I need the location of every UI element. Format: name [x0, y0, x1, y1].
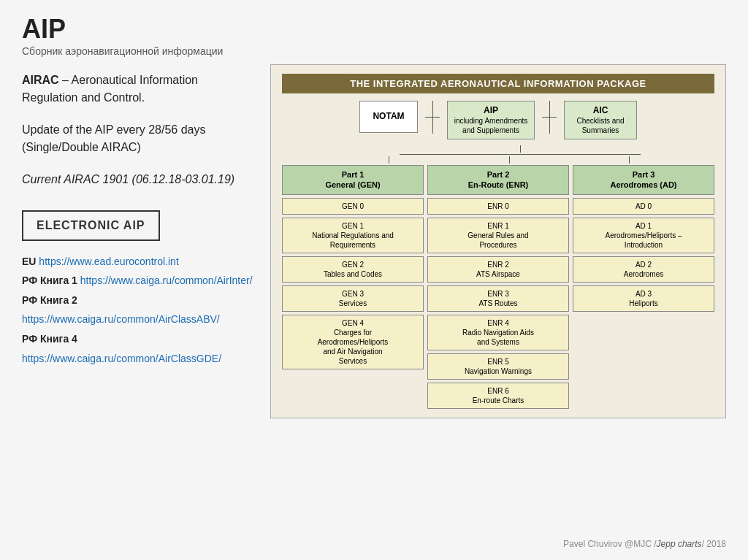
gen0-box: GEN 0 [282, 198, 424, 215]
page-title: AIP [22, 15, 726, 44]
eu-label: EU [22, 256, 39, 267]
gen-column: Part 1General (GEN) GEN 0 GEN 1National … [282, 165, 424, 409]
ad-header: Part 3Aerodromes (AD) [573, 165, 714, 195]
enr0-box: ENR 0 [427, 198, 569, 215]
right-panel: THE INTEGRATED AERONAUTICAL INFORMATION … [270, 64, 726, 533]
gen-header: Part 1General (GEN) [282, 165, 424, 195]
gen3-box: GEN 3Services [282, 285, 424, 312]
enr-column: Part 2En-Route (ENR) ENR 0 ENR 1General … [427, 165, 569, 409]
link-eu: EU https://www.ead.eurocontrol.int [22, 252, 256, 272]
links-section: EU https://www.ead.eurocontrol.int РФ Кн… [22, 252, 256, 369]
update-text: Update of the AIP every 28/56 days (Sing… [22, 121, 256, 156]
aip-desc: including Amendmentsand Supplements [454, 116, 528, 135]
notam-box: NOTAM [359, 101, 418, 133]
header: AIP Сборник аэронавигационной информации [22, 15, 726, 57]
aic-label: AIC [593, 105, 608, 117]
left-panel: AIRAC – Aeronautical Information Regulat… [22, 64, 256, 533]
gen2-box: GEN 2Tables and Codes [282, 256, 424, 283]
gen4-box: GEN 4Charges forAerodromes/Heliportsand … [282, 315, 424, 369]
parts-row: Part 1General (GEN) GEN 0 GEN 1National … [282, 165, 714, 409]
eu-link[interactable]: https://www.ead.eurocontrol.int [39, 256, 178, 267]
ad3-box: AD 3Heliports [573, 285, 714, 312]
page-subtitle: Сборник аэронавигационной информации [22, 45, 726, 57]
diagram: THE INTEGRATED AERONAUTICAL INFORMATION … [270, 64, 726, 418]
rf2-link[interactable]: https://www.caiga.ru/common/AirClassABV/ [22, 313, 220, 325]
footer: Pavel Chuvirov @MJC /Jepp charts/ 2018 [22, 539, 726, 549]
aip-label: AIP [484, 105, 498, 117]
electronic-aip-button[interactable]: ELECTRONIC AIP [22, 210, 160, 241]
ad0-box: AD 0 [573, 198, 714, 215]
link-rf4: РФ Книга 4 https://www.caiga.ru/common/A… [22, 329, 256, 368]
enr5-box: ENR 5Navigation Warnings [427, 353, 569, 380]
diagram-title: THE INTEGRATED AERONAUTICAL INFORMATION … [282, 74, 714, 93]
gen1-box: GEN 1National Regulations andRequirement… [282, 218, 424, 253]
ad2-box: AD 2Aerodromes [573, 256, 714, 283]
rf1-link[interactable]: https://www.caiga.ru/common/AirInter/ [80, 275, 253, 286]
aic-desc: Checklists andSummaries [576, 116, 624, 135]
rf2-label: РФ Книга 2 [22, 294, 77, 306]
rf4-label: РФ Книга 4 [22, 333, 77, 345]
aic-box: AIC Checklists andSummaries [564, 101, 637, 140]
enr1-box: ENR 1General Rules andProcedures [427, 218, 569, 253]
current-airac: Current AIRAC 1901 (06.12.18-03.01.19) [22, 171, 256, 188]
enr6-box: ENR 6En-route Charts [427, 383, 569, 409]
ad-column: Part 3Aerodromes (AD) AD 0 AD 1Aerodrome… [573, 165, 714, 409]
rf4-link[interactable]: https://www.caiga.ru/common/AirClassGDE/ [22, 353, 221, 364]
enr2-box: ENR 2ATS Airspace [427, 256, 569, 283]
airac-label: AIRAC [22, 74, 59, 86]
aip-box: AIP including Amendmentsand Supplements [447, 101, 535, 140]
page: AIP Сборник аэронавигационной информации… [0, 0, 748, 560]
footer-credit: Pavel Chuvirov @MJC /Jepp charts/ 2018 [563, 539, 726, 549]
link-rf2: РФ Книга 2 https://www.caiga.ru/common/A… [22, 291, 256, 329]
ad1-box: AD 1Aerodromes/Heliports –Introduction [573, 218, 714, 253]
airac-description: AIRAC – Aeronautical Information Regulat… [22, 72, 256, 107]
link-rf1: РФ Книга 1 https://www.caiga.ru/common/A… [22, 271, 256, 291]
enr4-box: ENR 4Radio Navigation Aidsand Systems [427, 315, 569, 350]
rf1-label: РФ Книга 1 [22, 275, 80, 286]
enr3-box: ENR 3ATS Routes [427, 285, 569, 312]
main-content: AIRAC – Aeronautical Information Regulat… [22, 64, 726, 533]
enr-header: Part 2En-Route (ENR) [427, 165, 569, 195]
